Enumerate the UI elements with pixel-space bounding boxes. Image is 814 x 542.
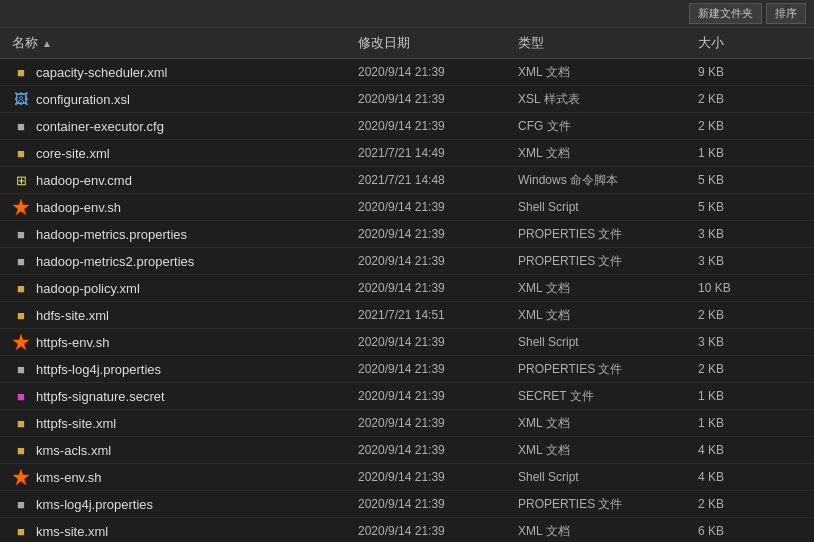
file-size: 1 KB xyxy=(690,146,770,160)
file-icon: 🖼 xyxy=(12,90,30,108)
file-size: 9 KB xyxy=(690,65,770,79)
file-date: 2021/7/21 14:51 xyxy=(350,308,510,322)
file-size: 2 KB xyxy=(690,92,770,106)
file-type: XML 文档 xyxy=(510,64,690,81)
new-folder-button[interactable]: 新建文件夹 xyxy=(689,3,762,24)
file-icon: ■ xyxy=(12,144,30,162)
file-size: 3 KB xyxy=(690,335,770,349)
file-name: capacity-scheduler.xml xyxy=(36,65,168,80)
file-list: ■ capacity-scheduler.xml 2020/9/14 21:39… xyxy=(0,59,814,542)
file-name: hadoop-env.sh xyxy=(36,200,121,215)
file-name: hadoop-env.cmd xyxy=(36,173,132,188)
file-type: Shell Script xyxy=(510,470,690,484)
file-size: 2 KB xyxy=(690,497,770,511)
file-name: hadoop-policy.xml xyxy=(36,281,140,296)
file-date: 2020/9/14 21:39 xyxy=(350,389,510,403)
table-row[interactable]: kms-env.sh 2020/9/14 21:39 Shell Script … xyxy=(0,464,814,491)
file-date: 2020/9/14 21:39 xyxy=(350,92,510,106)
file-name: container-executor.cfg xyxy=(36,119,164,134)
col-header-type[interactable]: 类型 xyxy=(510,34,690,52)
col-header-date[interactable]: 修改日期 xyxy=(350,34,510,52)
file-type: Windows 命令脚本 xyxy=(510,172,690,189)
file-type: XSL 样式表 xyxy=(510,91,690,108)
file-type: Shell Script xyxy=(510,335,690,349)
file-icon: ■ xyxy=(12,414,30,432)
file-type: PROPERTIES 文件 xyxy=(510,226,690,243)
file-icon: ■ xyxy=(12,63,30,81)
table-row[interactable]: ■ kms-site.xml 2020/9/14 21:39 XML 文档 6 … xyxy=(0,518,814,542)
file-size: 10 KB xyxy=(690,281,770,295)
file-name: hdfs-site.xml xyxy=(36,308,109,323)
file-manager: 新建文件夹 排序 名称 ▲ 修改日期 类型 大小 ■ capacity-sche… xyxy=(0,0,814,542)
file-type: XML 文档 xyxy=(510,415,690,432)
file-icon: ■ xyxy=(12,252,30,270)
col-header-size[interactable]: 大小 xyxy=(690,34,770,52)
table-row[interactable]: ■ capacity-scheduler.xml 2020/9/14 21:39… xyxy=(0,59,814,86)
file-size: 5 KB xyxy=(690,200,770,214)
table-header: 名称 ▲ 修改日期 类型 大小 xyxy=(0,28,814,59)
svg-marker-0 xyxy=(13,199,29,215)
file-name: kms-env.sh xyxy=(36,470,102,485)
table-row[interactable]: hadoop-env.sh 2020/9/14 21:39 Shell Scri… xyxy=(0,194,814,221)
file-date: 2020/9/14 21:39 xyxy=(350,200,510,214)
file-size: 2 KB xyxy=(690,308,770,322)
file-size: 3 KB xyxy=(690,227,770,241)
table-row[interactable]: 🖼 configuration.xsl 2020/9/14 21:39 XSL … xyxy=(0,86,814,113)
file-icon: ■ xyxy=(12,225,30,243)
table-row[interactable]: ■ container-executor.cfg 2020/9/14 21:39… xyxy=(0,113,814,140)
table-row[interactable]: ■ core-site.xml 2021/7/21 14:49 XML 文档 1… xyxy=(0,140,814,167)
file-size: 1 KB xyxy=(690,416,770,430)
file-date: 2020/9/14 21:39 xyxy=(350,416,510,430)
file-size: 4 KB xyxy=(690,443,770,457)
file-type: SECRET 文件 xyxy=(510,388,690,405)
file-type: PROPERTIES 文件 xyxy=(510,496,690,513)
file-date: 2020/9/14 21:39 xyxy=(350,470,510,484)
file-date: 2020/9/14 21:39 xyxy=(350,443,510,457)
table-row[interactable]: ■ kms-acls.xml 2020/9/14 21:39 XML 文档 4 … xyxy=(0,437,814,464)
file-icon: ⊞ xyxy=(12,171,30,189)
table-row[interactable]: ⊞ hadoop-env.cmd 2021/7/21 14:48 Windows… xyxy=(0,167,814,194)
file-size: 1 KB xyxy=(690,389,770,403)
file-name: core-site.xml xyxy=(36,146,110,161)
col-header-name[interactable]: 名称 ▲ xyxy=(0,34,350,52)
file-date: 2020/9/14 21:39 xyxy=(350,362,510,376)
table-row[interactable]: ■ httpfs-log4j.properties 2020/9/14 21:3… xyxy=(0,356,814,383)
file-date: 2020/9/14 21:39 xyxy=(350,227,510,241)
file-type: Shell Script xyxy=(510,200,690,214)
table-row[interactable]: ■ hdfs-site.xml 2021/7/21 14:51 XML 文档 2… xyxy=(0,302,814,329)
file-size: 5 KB xyxy=(690,173,770,187)
file-type: PROPERTIES 文件 xyxy=(510,361,690,378)
table-row[interactable]: ■ hadoop-metrics2.properties 2020/9/14 2… xyxy=(0,248,814,275)
file-icon: ■ xyxy=(12,360,30,378)
sort-button[interactable]: 排序 xyxy=(766,3,806,24)
file-size: 6 KB xyxy=(690,524,770,538)
file-name: kms-acls.xml xyxy=(36,443,111,458)
file-icon xyxy=(12,333,30,351)
table-row[interactable]: httpfs-env.sh 2020/9/14 21:39 Shell Scri… xyxy=(0,329,814,356)
table-row[interactable]: ■ httpfs-signature.secret 2020/9/14 21:3… xyxy=(0,383,814,410)
file-icon: ■ xyxy=(12,387,30,405)
file-size: 2 KB xyxy=(690,119,770,133)
file-date: 2020/9/14 21:39 xyxy=(350,497,510,511)
file-icon xyxy=(12,468,30,486)
file-date: 2020/9/14 21:39 xyxy=(350,281,510,295)
table-row[interactable]: ■ kms-log4j.properties 2020/9/14 21:39 P… xyxy=(0,491,814,518)
file-icon: ■ xyxy=(12,522,30,540)
file-name: hadoop-metrics2.properties xyxy=(36,254,194,269)
file-date: 2020/9/14 21:39 xyxy=(350,65,510,79)
file-type: XML 文档 xyxy=(510,280,690,297)
table-row[interactable]: ■ hadoop-policy.xml 2020/9/14 21:39 XML … xyxy=(0,275,814,302)
file-icon: ■ xyxy=(12,117,30,135)
file-date: 2021/7/21 14:49 xyxy=(350,146,510,160)
svg-marker-2 xyxy=(13,469,29,485)
table-row[interactable]: ■ httpfs-site.xml 2020/9/14 21:39 XML 文档… xyxy=(0,410,814,437)
file-name: httpfs-signature.secret xyxy=(36,389,165,404)
file-icon: ■ xyxy=(12,306,30,324)
file-name: httpfs-site.xml xyxy=(36,416,116,431)
file-type: PROPERTIES 文件 xyxy=(510,253,690,270)
file-type: XML 文档 xyxy=(510,145,690,162)
file-name: hadoop-metrics.properties xyxy=(36,227,187,242)
file-icon: ■ xyxy=(12,495,30,513)
table-row[interactable]: ■ hadoop-metrics.properties 2020/9/14 21… xyxy=(0,221,814,248)
file-type: CFG 文件 xyxy=(510,118,690,135)
